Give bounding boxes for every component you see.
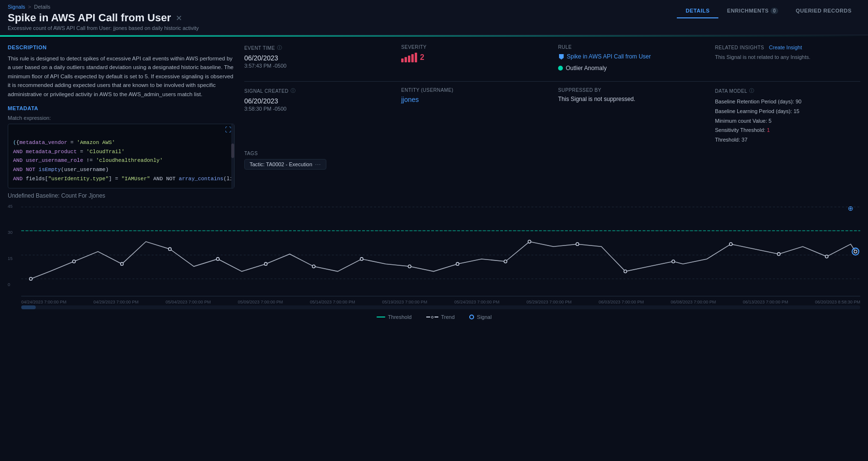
legend-trend-label: Trend: [441, 314, 455, 320]
legend-threshold: Threshold: [377, 314, 412, 320]
y-label-15: 15: [8, 256, 21, 261]
svg-point-12: [312, 265, 315, 268]
svg-point-17: [528, 240, 531, 243]
signal-created-label: Signal Created ⓘ: [244, 87, 390, 94]
description-text: This rule is designed to detect spikes o…: [8, 54, 235, 99]
sev-bar-2: [405, 57, 407, 62]
svg-point-24: [854, 250, 857, 253]
severity-bar: 2: [401, 53, 546, 62]
x-label-10: 06/13/2023 7:00:00 PM: [743, 300, 788, 304]
main-content: Description This rule is designed to det…: [0, 37, 868, 188]
svg-point-8: [121, 263, 124, 266]
legend-threshold-label: Threshold: [388, 314, 412, 320]
svg-point-19: [624, 270, 627, 273]
code-scrollbar[interactable]: [231, 124, 234, 188]
page-subtitle: Excessive count of AWS API Call from Use…: [8, 25, 677, 31]
breadcrumb-separator: >: [28, 4, 31, 10]
legend-signal: Signal: [469, 314, 492, 320]
match-expression-label: Match expression:: [8, 115, 235, 121]
anomaly-text: Outlier Anomaly: [566, 65, 607, 72]
tag-dots-0[interactable]: ···: [315, 161, 321, 167]
chart-svg: ⊕: [21, 202, 860, 299]
x-label-2: 05/04/2023 7:00:00 PM: [166, 300, 211, 304]
x-label-9: 06/08/2023 7:00:00 PM: [671, 300, 716, 304]
x-label-7: 05/29/2023 7:00:00 PM: [526, 300, 572, 304]
tab-enrichments[interactable]: Enrichments0: [718, 4, 787, 18]
signal-created-time: 3:58:30 PM -0500: [244, 106, 390, 112]
tags-section: Tags Tactic: TA0002 - Execution ···: [244, 151, 860, 170]
x-label-0: 04/24/2023 7:00:00 PM: [21, 300, 67, 304]
left-panel: Description This rule is designed to det…: [8, 44, 244, 188]
rule-shield-icon: ⛊: [558, 53, 565, 61]
tags-label: Tags: [244, 151, 860, 156]
event-time-label: Event Time ⓘ: [244, 44, 390, 51]
related-insights-label: Related Insights: [715, 45, 764, 50]
suppressed-by-label: Suppressed By: [558, 87, 703, 93]
chart-x-labels: 04/24/2023 7:00:00 PM 04/29/2023 7:00:00…: [8, 299, 860, 304]
entity-value[interactable]: jjones: [401, 96, 419, 103]
data-model-info-icon[interactable]: ⓘ: [749, 87, 754, 94]
x-label-3: 05/09/2023 7:00:00 PM: [238, 300, 283, 304]
trend-icon: [426, 316, 438, 318]
tag-text-0: Tactic: TA0002 - Execution: [250, 161, 312, 167]
chart-scrollbar-thumb[interactable]: [21, 305, 36, 309]
info-grid-bottom: Signal Created ⓘ 06/20/2023 3:58:30 PM -…: [244, 87, 860, 145]
svg-point-21: [729, 243, 732, 245]
svg-point-16: [504, 260, 507, 263]
signal-created-info-icon[interactable]: ⓘ: [291, 87, 295, 94]
tab-bar: Details Enrichments0 Queried Records: [677, 4, 860, 18]
x-label-1: 04/29/2023 7:00:00 PM: [93, 300, 139, 304]
breadcrumb-signals[interactable]: Signals: [8, 4, 25, 10]
event-time-info-icon[interactable]: ⓘ: [277, 44, 282, 51]
not-related-text: This Signal is not related to any Insigh…: [715, 54, 860, 60]
rule-name[interactable]: Spike in AWS API Call from User: [567, 53, 651, 61]
create-insight-link[interactable]: Create Insight: [769, 44, 802, 50]
event-time-time: 3:57:43 PM -0500: [244, 63, 390, 69]
chart-scrollbar[interactable]: [21, 305, 860, 309]
data-model-label: Data Model ⓘ: [715, 87, 860, 94]
sev-bar-3: [408, 56, 410, 62]
y-label-30: 30: [8, 230, 21, 235]
info-grid-top: Event Time ⓘ 06/20/2023 3:57:43 PM -0500…: [244, 44, 860, 72]
y-label-0: 0: [8, 282, 21, 287]
related-insights-header: Related Insights Create Insight: [715, 44, 860, 50]
svg-point-9: [168, 248, 171, 251]
signal-created-date: 06/20/2023: [244, 97, 390, 105]
breadcrumb-details: Details: [34, 4, 51, 10]
tab-queried-records[interactable]: Queried Records: [787, 4, 860, 18]
svg-point-22: [777, 253, 780, 256]
tag-pill-0[interactable]: Tactic: TA0002 - Execution ···: [244, 159, 326, 170]
close-icon[interactable]: ✕: [176, 14, 182, 23]
event-time-date: 06/20/2023: [244, 54, 390, 62]
svg-point-20: [672, 260, 675, 263]
entity-cell: Entity (Username) jjones: [401, 87, 546, 145]
svg-text:⊕: ⊕: [848, 205, 854, 213]
data-model-field-0: Baseline Retention Period (days): 90: [715, 97, 860, 107]
severity-cell: Severity 2: [401, 44, 546, 72]
code-editor-toolbar: ⛶: [8, 124, 234, 135]
chart-section: Undefined Baseline: Count For Jjones 45 …: [0, 192, 868, 320]
metadata-label: Metadata: [8, 105, 235, 111]
sev-bar-1: [401, 58, 404, 62]
y-label-45: 45: [8, 204, 21, 209]
chart-wrapper: 45 30 15 0: [8, 202, 860, 299]
entity-label: Entity (Username): [401, 87, 546, 93]
signal-icon: [469, 315, 474, 319]
anomaly-badge: Outlier Anomaly: [558, 65, 703, 72]
x-label-4: 05/14/2023 7:00:00 PM: [310, 300, 355, 304]
expand-icon[interactable]: ⛶: [225, 126, 231, 133]
data-model-field-4: Threshold: 37: [715, 135, 860, 145]
tab-details[interactable]: Details: [677, 4, 718, 18]
svg-point-10: [216, 258, 219, 260]
chart-title: Undefined Baseline: Count For Jjones: [8, 192, 860, 199]
data-model-cell: Data Model ⓘ Baseline Retention Period (…: [715, 87, 860, 145]
legend-trend: Trend: [426, 314, 455, 320]
anomaly-dot: [558, 66, 563, 71]
svg-point-11: [265, 263, 267, 266]
suppressed-by-cell: Suppressed By This Signal is not suppres…: [558, 87, 703, 145]
code-content: ({metadata_vendor = 'Amazon AWS' AND met…: [8, 135, 234, 188]
rule-label: Rule: [558, 44, 703, 50]
data-model-fields: Baseline Retention Period (days): 90 Bas…: [715, 97, 860, 145]
top-bar: Signals > Details Spike in AWS API Call …: [0, 0, 868, 35]
svg-point-6: [29, 277, 32, 280]
